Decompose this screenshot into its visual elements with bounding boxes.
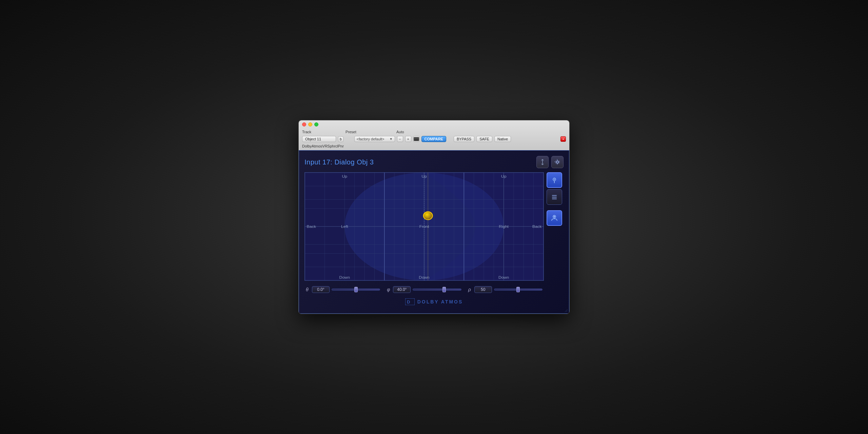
phi-group: φ 40.0°: [387, 286, 461, 293]
compare-button[interactable]: COMPARE: [421, 136, 446, 142]
layers-btn[interactable]: [547, 189, 562, 205]
svg-text:Back: Back: [307, 224, 316, 229]
preset-plus-btn[interactable]: +: [405, 136, 411, 142]
header-sections: Track Preset Auto: [299, 129, 569, 135]
phi-slider-handle[interactable]: [442, 287, 446, 292]
preset-copy-btn[interactable]: [413, 136, 419, 142]
svg-text:Down: Down: [498, 275, 509, 279]
minimize-button[interactable]: [308, 122, 312, 126]
svg-line-62: [565, 309, 568, 312]
side-panel: [547, 172, 564, 293]
svg-point-54: [554, 179, 555, 180]
controls-row-1: Object 11 b <factory default> ▼ − + COMP…: [299, 135, 569, 143]
close-icon[interactable]: ×: [560, 136, 566, 142]
title-bar: Track Preset Auto Object 11 b <factory d…: [299, 120, 569, 150]
content-area: Up Up Up Back Left Front Right Back Down…: [304, 172, 564, 293]
resize-handle[interactable]: [564, 308, 568, 312]
theta-group: θ 0.0°: [306, 286, 380, 293]
spatial-grid[interactable]: Up Up Up Back Left Front Right Back Down…: [304, 172, 544, 281]
bypass-button[interactable]: BYPASS: [454, 136, 474, 142]
safe-button[interactable]: SAFE: [476, 136, 492, 142]
avatar-icon: [550, 214, 558, 222]
maximize-button[interactable]: [314, 122, 318, 126]
phi-symbol: φ: [387, 287, 391, 292]
input-label: Input 17: Dialog Obj 3: [304, 158, 374, 166]
arrow-updown-btn[interactable]: [536, 156, 549, 168]
svg-point-59: [554, 216, 555, 217]
svg-text:Up: Up: [501, 174, 507, 178]
avatar-btn[interactable]: [547, 210, 562, 226]
preset-select[interactable]: <factory default> ▼: [354, 136, 395, 142]
svg-text:Back: Back: [532, 224, 542, 229]
theta-value[interactable]: 0.0°: [312, 286, 330, 293]
layers-icon: [550, 193, 558, 201]
settings-btn[interactable]: [551, 156, 564, 168]
theta-symbol: θ: [306, 287, 310, 292]
native-button[interactable]: Native: [494, 136, 511, 142]
dolby-logo: D DOLBY ATMOS: [304, 298, 564, 305]
preset-arrow-icon: ▼: [390, 137, 393, 141]
dolby-atmos-text: DOLBY ATMOS: [417, 299, 463, 304]
position-btn[interactable]: [547, 172, 562, 188]
svg-text:Down: Down: [339, 275, 350, 279]
svg-point-2: [556, 161, 558, 163]
svg-rect-55: [552, 195, 557, 196]
svg-text:Up: Up: [421, 174, 427, 178]
b-button[interactable]: b: [338, 136, 343, 142]
track-label: Track: [302, 129, 343, 135]
params-row: θ 0.0° φ 40.0°: [304, 286, 544, 293]
svg-text:Right: Right: [499, 224, 509, 229]
plugin-header: Input 17: Dialog Obj 3: [304, 156, 564, 168]
svg-rect-57: [552, 198, 557, 199]
preset-label: Preset: [343, 129, 394, 135]
svg-text:Left: Left: [341, 224, 348, 229]
monitor-icon: [414, 137, 419, 141]
close-button[interactable]: [302, 122, 306, 126]
phi-value[interactable]: 40.0°: [393, 286, 411, 293]
position-icon: [550, 176, 558, 184]
svg-text:Up: Up: [342, 174, 347, 178]
gear-icon: [554, 158, 561, 166]
theta-slider-handle[interactable]: [354, 287, 358, 292]
preset-minus-btn[interactable]: −: [397, 136, 403, 142]
svg-line-63: [566, 311, 568, 312]
svg-text:D: D: [407, 299, 411, 304]
arrow-updown-icon: [539, 159, 546, 165]
theta-slider[interactable]: [332, 289, 380, 291]
traffic-lights: [302, 122, 318, 126]
plugin-footer: D DOLBY ATMOS: [304, 293, 564, 308]
controls-row-2: DolbyAtmosVRSphrclPnr: [299, 143, 569, 150]
rho-group: ρ 50: [468, 286, 542, 293]
svg-text:Front: Front: [419, 224, 429, 229]
object-select[interactable]: Object 11: [302, 136, 336, 142]
plugin-name-label: DolbyAtmosVRSphrclPnr: [302, 144, 344, 148]
auto-label: Auto: [394, 129, 407, 135]
grid-svg: Up Up Up Back Left Front Right Back Down…: [305, 173, 544, 280]
svg-rect-56: [552, 197, 557, 198]
dolby-d-logo: D: [405, 298, 415, 305]
rho-slider[interactable]: [494, 289, 542, 291]
rho-value[interactable]: 50: [474, 286, 492, 293]
plugin-body: Input 17: Dialog Obj 3: [299, 150, 569, 314]
rho-symbol: ρ: [468, 287, 472, 292]
header-icons: [536, 156, 564, 168]
phi-slider[interactable]: [413, 289, 461, 291]
rho-slider-handle[interactable]: [516, 287, 520, 292]
plugin-window: Track Preset Auto Object 11 b <factory d…: [298, 120, 570, 314]
grid-area: Up Up Up Back Left Front Right Back Down…: [304, 172, 544, 293]
